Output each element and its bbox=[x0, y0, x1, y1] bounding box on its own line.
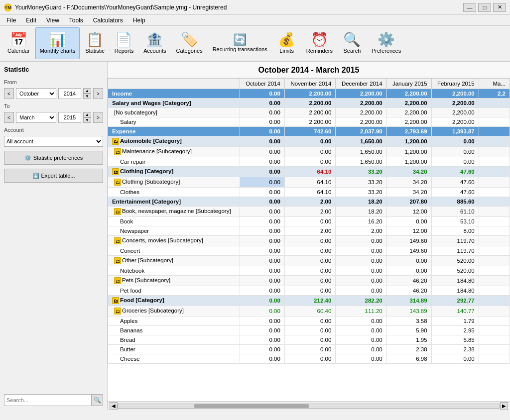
cell-value: 0.00 bbox=[336, 246, 386, 256]
horizontal-scrollbar[interactable]: ◀ ▶ bbox=[108, 401, 510, 410]
account-select[interactable]: All account bbox=[4, 136, 103, 147]
maximize-button[interactable]: □ bbox=[478, 3, 491, 12]
cell-value: 2,037.90 bbox=[336, 127, 386, 136]
cell-value: 0.00 bbox=[240, 108, 285, 117]
reminders-icon: ⏰ bbox=[311, 33, 328, 47]
cell-value: 64.10 bbox=[284, 177, 335, 188]
table-wrapper[interactable]: October 2014 November 2014 December 2014… bbox=[108, 78, 510, 401]
cell-value: 0.00 bbox=[431, 354, 479, 364]
close-button[interactable]: ✕ bbox=[493, 3, 506, 12]
toolbar-monthly-charts-label: Monthly charts bbox=[40, 48, 76, 54]
to-month-select[interactable]: March January February April May June Ju… bbox=[16, 112, 56, 123]
cell-value: 0.00 bbox=[240, 266, 285, 276]
cell-value: 6.98 bbox=[386, 354, 431, 364]
cell-value: 742.60 bbox=[284, 127, 335, 136]
toolbar-recurring[interactable]: 🔄 Recurring transactions bbox=[208, 27, 272, 59]
toolbar-limits-label: Limits bbox=[279, 48, 294, 54]
col-header-dec2014: December 2014 bbox=[336, 79, 386, 89]
stat-prefs-label: Statistic preferences bbox=[33, 155, 83, 161]
cell-value bbox=[479, 188, 510, 197]
scrollbar-thumb[interactable] bbox=[194, 404, 309, 408]
cell-value: 885.60 bbox=[431, 197, 479, 207]
from-month-select[interactable]: October January February March April May… bbox=[16, 88, 56, 99]
menu-calculators[interactable]: Calculators bbox=[89, 15, 128, 25]
cell-value: 0.00 bbox=[240, 167, 285, 177]
cell-value: 2.00 bbox=[284, 226, 335, 236]
cell-value: 0.00 bbox=[240, 276, 285, 286]
row-label: Apples bbox=[108, 316, 240, 326]
menu-file[interactable]: File bbox=[2, 15, 20, 25]
scroll-right-button[interactable]: ▶ bbox=[500, 402, 508, 410]
toolbar-monthly-charts[interactable]: 📊 Monthly charts bbox=[35, 27, 80, 59]
search-button[interactable]: 🔍 bbox=[91, 394, 103, 406]
cell-value: 0.00 bbox=[240, 207, 285, 217]
cell-value: 2,200.00 bbox=[284, 89, 335, 99]
to-prev-button[interactable]: < bbox=[4, 112, 14, 123]
toolbar-statistic[interactable]: 📋 Statistic bbox=[81, 27, 109, 59]
cell-value: 1,393.87 bbox=[431, 127, 479, 136]
toolbar-reminders[interactable]: ⏰ Reminders bbox=[302, 27, 337, 59]
minimize-button[interactable]: — bbox=[463, 3, 476, 12]
cell-value: 0.00 bbox=[386, 217, 431, 226]
row-label: Pet food bbox=[108, 286, 240, 296]
cell-value: 0.00 bbox=[240, 147, 285, 157]
cell-value bbox=[479, 296, 510, 306]
cell-value: 33.20 bbox=[336, 167, 386, 177]
cell-value: 0.00 bbox=[240, 177, 285, 188]
titlebar-controls[interactable]: — □ ✕ bbox=[463, 3, 506, 12]
toolbar-preferences[interactable]: ⚙️ Preferences bbox=[367, 27, 405, 59]
cell-value: 0.00 bbox=[240, 316, 285, 326]
scroll-left-button[interactable]: ◀ bbox=[110, 402, 118, 410]
scrollbar-track[interactable] bbox=[118, 404, 500, 409]
export-table-button[interactable]: ⬇️ Export table... bbox=[4, 169, 103, 183]
table-row: Apples 0.00 0.00 0.00 3.58 1.79 bbox=[108, 316, 510, 326]
cell-value: 0.00 bbox=[336, 316, 386, 326]
cell-value: 2,200.00 bbox=[386, 108, 431, 117]
search-input[interactable] bbox=[4, 394, 91, 406]
statistic-preferences-button[interactable]: ⚙️ Statistic preferences bbox=[4, 151, 103, 165]
cell-value: 0.00 bbox=[284, 147, 335, 157]
toolbar-calendar[interactable]: 📅 Calendar bbox=[3, 27, 34, 59]
cell-value bbox=[479, 99, 510, 108]
cell-value: 2,200.00 bbox=[336, 89, 386, 99]
cell-value: 149.60 bbox=[386, 236, 431, 246]
toolbar-recurring-label: Recurring transactions bbox=[213, 46, 267, 52]
toolbar-limits[interactable]: 💰 Limits bbox=[273, 27, 301, 59]
from-year-up[interactable]: ▲ bbox=[83, 88, 91, 94]
from-prev-button[interactable]: < bbox=[4, 88, 14, 99]
cell-value: 0.00 bbox=[336, 236, 386, 246]
cell-value: 1,200.00 bbox=[386, 136, 431, 147]
cell-value: 0.00 bbox=[336, 345, 386, 354]
cell-value: 2,200.00 bbox=[386, 117, 431, 127]
menu-help[interactable]: Help bbox=[128, 15, 150, 25]
from-row: < October January February March April M… bbox=[4, 88, 103, 99]
cell-value: 520.00 bbox=[431, 266, 479, 276]
to-year-down[interactable]: ▼ bbox=[83, 117, 91, 123]
cell-value: 2.00 bbox=[284, 207, 335, 217]
toolbar-reports[interactable]: 📄 Reports bbox=[110, 27, 138, 59]
cell-value: 33.20 bbox=[336, 188, 386, 197]
cell-value: 0.00 bbox=[240, 286, 285, 296]
to-next-button[interactable]: > bbox=[93, 112, 103, 123]
cell-value: 64.10 bbox=[284, 188, 335, 197]
cell-value: 0.00 bbox=[240, 236, 285, 246]
from-year-down[interactable]: ▼ bbox=[83, 94, 91, 99]
toolbar-search[interactable]: 🔍 Search bbox=[338, 27, 366, 59]
cell-value bbox=[479, 167, 510, 177]
from-year-input[interactable] bbox=[58, 88, 81, 99]
row-label: 🗂Concerts, movies [Subcategory] bbox=[108, 236, 240, 246]
toolbar-accounts[interactable]: 🏦 Accounts bbox=[139, 27, 170, 59]
row-label: Clothes bbox=[108, 188, 240, 197]
cell-value: 53.10 bbox=[431, 217, 479, 226]
menu-edit[interactable]: Edit bbox=[21, 15, 41, 25]
from-next-button[interactable]: > bbox=[93, 88, 103, 99]
toolbar-categories[interactable]: 🏷️ Categories bbox=[171, 27, 207, 59]
menu-tools[interactable]: Tools bbox=[65, 15, 88, 25]
cell-value: 0.00 bbox=[240, 136, 285, 147]
to-year-up[interactable]: ▲ bbox=[83, 112, 91, 117]
cell-value: 184.80 bbox=[431, 286, 479, 296]
to-year-spin: ▲ ▼ bbox=[83, 112, 91, 123]
to-year-input[interactable] bbox=[58, 112, 81, 123]
menu-view[interactable]: View bbox=[42, 15, 64, 25]
cell-value: 1,200.00 bbox=[386, 157, 431, 167]
